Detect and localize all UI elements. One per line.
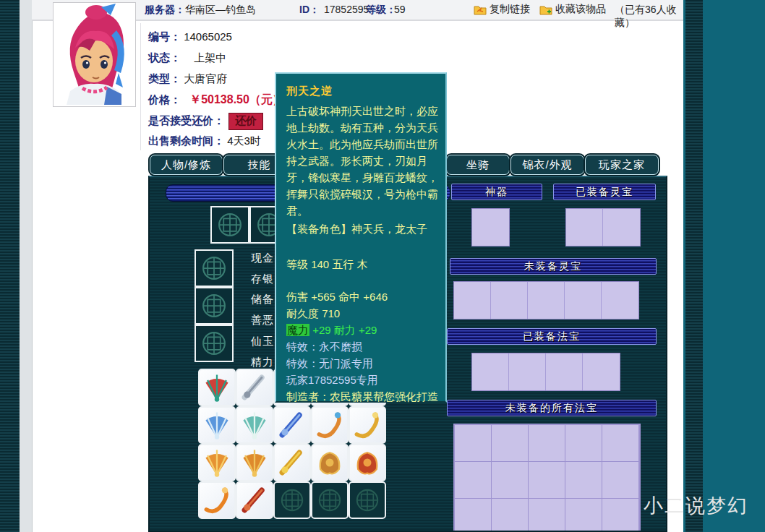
fabao-grid-cell[interactable] [565,425,602,462]
copy-link-icon [474,4,487,15]
equipped-lingbao-slot[interactable] [566,209,603,246]
unequipped-lingbao-slot[interactable] [565,282,602,319]
tooltip-damage-line: 伤害 +565 命中 +646 [286,288,438,305]
fabao-grid-cell[interactable] [455,462,492,499]
inventory-item-slot[interactable] [349,406,386,444]
watermark: 小二说梦幻 [644,493,748,519]
fabao-grid-cell[interactable] [565,462,602,499]
item-number-row: 编号： 14065025 [148,30,232,46]
price-row: 价格： ￥50138.50（元） [148,93,284,108]
fabao-grid-cell[interactable] [602,425,639,462]
tooltip-level-line: 等级 140 五行 木 [286,256,438,273]
equipment-slot[interactable] [210,206,249,244]
time-row: 出售剩余时间： 4天3时 [148,134,261,150]
equipped-fabao-slot[interactable] [583,353,620,390]
tab-3[interactable]: 坐骑 [446,155,510,175]
currency-label-4: 善恶 [251,314,274,327]
currency-label-5: 仙玉 [251,335,274,348]
status-value: 上架中 [194,51,226,64]
tooltip-owner-line: 玩家17852595专用 [286,372,438,388]
inventory-item-slot[interactable] [273,444,311,481]
fabao-grid-cell[interactable] [602,499,639,532]
shenqi-slot-row [471,208,510,246]
inventory-empty-slot[interactable] [349,481,386,519]
copy-link-button[interactable]: 复制链接 [474,2,530,17]
time-value: 4天3时 [227,134,261,147]
equipped-lingbao-slot-row [565,208,641,246]
price-value: ￥50138.50（元） [189,93,284,106]
unequipped-lingbao-slot[interactable] [491,282,528,319]
tooltip-bonus-line: 魔力 +29 耐力 +29 [286,322,438,338]
type-label: 类型： [148,72,181,85]
inventory-item-slot[interactable] [311,444,349,481]
inventory-item-slot[interactable] [273,406,311,444]
fabao-grid-cell[interactable] [602,462,639,499]
tab-4[interactable]: 锦衣/外观 [510,155,584,175]
column-divider [140,23,141,150]
level-value: 59 [394,4,406,15]
equipped-fabao-slot-row [471,353,620,391]
currency-label-1: 现金 [251,252,274,265]
tooltip-effect2-line: 特效：无门派专用 [286,355,438,372]
tooltip-description: 上古破坏神刑天出世之时，必应地上劫数。劫有五种，分为天兵火水土。此为他应兵劫而出… [286,103,438,219]
fabao-grid-cell[interactable] [455,499,492,532]
fabao-grid-cell[interactable] [492,425,529,462]
favorite-button[interactable]: 收藏该物品 [539,2,606,17]
tooltip-effect1-line: 特效：永不磨损 [286,338,438,355]
header-unequipped-lingbao: 未装备灵宝 [450,258,657,275]
equipment-side-column [195,249,234,362]
currency-label-3: 储备 [251,293,274,306]
inventory-item-slot[interactable] [198,369,236,406]
equipment-slot[interactable] [195,249,234,287]
character-avatar [53,2,136,107]
screen: 服务器： 华南区—钓鱼岛 ID： 17852595 等级： 59 复制链接 收藏… [0,0,765,532]
unequipped-lingbao-slot-row [453,281,639,319]
currency-label-2: 存银 [251,273,274,286]
equipped-fabao-slot[interactable] [472,353,509,390]
all-fabao-grid [453,424,641,532]
bargain-row: 是否接受还价：还价 [148,113,263,129]
price-label: 价格： [148,93,181,106]
tab-1[interactable]: 人物/修炼 [150,155,223,175]
shenqi-slot[interactable] [472,209,509,246]
inventory-item-slot[interactable] [198,481,236,519]
inventory-empty-slot[interactable] [311,481,349,519]
bargain-label: 是否接受还价： [148,114,224,126]
inventory-item-slot[interactable] [236,481,273,519]
tooltip-bonus-rest: +29 耐力 +29 [309,324,377,336]
equipped-lingbao-slot[interactable] [603,209,640,246]
equipped-fabao-slot[interactable] [546,353,583,390]
status-label: 状态： [148,51,181,64]
fabao-grid-cell[interactable] [529,499,565,532]
equipment-slot[interactable] [195,325,234,362]
fabao-grid-cell[interactable] [492,462,529,499]
inventory-item-slot[interactable] [198,444,236,481]
copy-link-label: 复制链接 [490,3,530,16]
fabao-grid-cell[interactable] [455,425,492,462]
inventory-item-slot[interactable] [236,444,273,481]
inventory-item-slot[interactable] [236,406,273,444]
equipment-slot[interactable] [195,287,234,325]
header-shenqi: 神器 [451,184,542,200]
header-equipped-lingbao: 已装备灵宝 [553,184,656,200]
bargain-badge[interactable]: 还价 [228,113,263,130]
inventory-empty-slot[interactable] [273,481,311,519]
inventory-item-slot[interactable] [198,406,236,444]
tab-5[interactable]: 玩家之家 [585,155,659,175]
inventory-item-slot[interactable] [349,444,386,481]
fabao-grid-cell[interactable] [529,462,565,499]
unequipped-lingbao-slot[interactable] [528,282,565,319]
left-frame-bar [0,0,20,532]
id-label: ID： [299,4,320,17]
tooltip-role-line: 【装备角色】神天兵，龙太子 [286,220,438,237]
equipped-fabao-slot[interactable] [509,353,546,390]
inventory-item-slot[interactable] [311,406,349,444]
time-label: 出售剩余时间： [148,134,224,147]
unequipped-lingbao-slot[interactable] [602,282,638,319]
fabao-grid-cell[interactable] [492,499,529,532]
inventory-item-slot[interactable] [236,369,273,406]
fabao-grid-cell[interactable] [529,425,565,462]
fabao-grid-cell[interactable] [565,499,602,532]
unequipped-lingbao-slot[interactable] [454,282,491,319]
server-label: 服务器： [145,4,185,17]
